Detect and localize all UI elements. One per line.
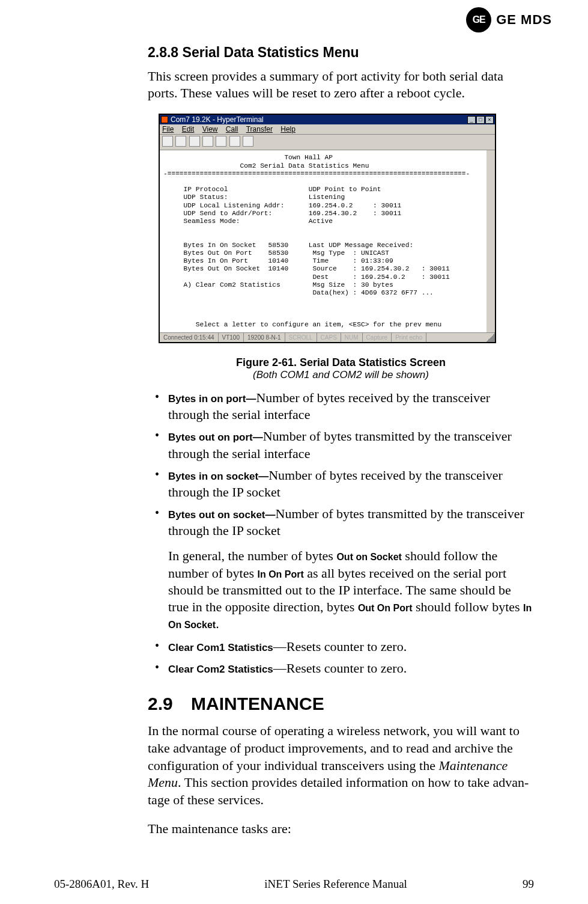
status-baud: 19200 8-N-1 (244, 333, 285, 342)
status-emulation: VT100 (219, 333, 244, 342)
menu-call[interactable]: Call (226, 125, 238, 133)
toolbar (160, 135, 495, 150)
footer-page-number: 99 (523, 878, 534, 891)
menubar: File Edit View Call Transfer Help (160, 124, 495, 135)
status-print: Print echo (392, 333, 426, 342)
toolbar-btn-4[interactable] (202, 136, 213, 147)
figure-caption: Figure 2-61. Serial Data Statistics Scre… (148, 356, 534, 369)
status-num: NUM (341, 333, 363, 342)
label-out-on-port: Out On Port (358, 603, 413, 613)
menu-help[interactable]: Help (280, 125, 296, 133)
brand-text: GE MDS (496, 12, 552, 28)
bullet-clear-com2: Clear Com2 Statistics—Resets counter to … (148, 660, 534, 677)
minimize-button[interactable]: _ (467, 116, 476, 124)
menu-edit[interactable]: Edit (182, 125, 195, 133)
ge-monogram-icon: GE (466, 7, 491, 32)
status-caps: CAPS (317, 333, 341, 342)
section-title: MAINTENANCE (191, 694, 324, 713)
statusbar: Connected 0:15:44 VT100 19200 8-N-1 SCRO… (160, 332, 495, 342)
footer-doc-title: iNET Series Reference Manual (264, 878, 407, 891)
window-title: Com7 19.2K - HyperTerminal (171, 115, 264, 124)
toolbar-btn-3[interactable] (189, 136, 200, 147)
toolbar-btn-2[interactable] (175, 136, 186, 147)
bullet-text: —Resets counter to zero. (273, 639, 407, 654)
toolbar-btn-7[interactable] (243, 136, 253, 147)
brand-logo: GE GE MDS (466, 7, 552, 32)
terminal-text: Town Hall AP Com2 Serial Data Statistics… (163, 154, 486, 329)
bullet-label: Clear Com1 Statistics (168, 642, 273, 653)
maximize-button[interactable]: □ (476, 116, 485, 124)
footer-docid: 05-2806A01, Rev. H (54, 878, 149, 891)
toolbar-btn-5[interactable] (216, 136, 226, 147)
bullet-label: Bytes in on socket— (168, 471, 268, 482)
bullet-label: Bytes out on port— (168, 432, 263, 443)
bullet-label: Clear Com2 Statistics (168, 664, 273, 675)
figure-subcaption: (Both COM1 and COM2 will be shown) (148, 369, 534, 381)
menu-transfer[interactable]: Transfer (246, 125, 273, 133)
close-button[interactable]: × (485, 116, 494, 124)
bullet-clear-com1: Clear Com1 Statistics—Resets counter to … (148, 638, 534, 655)
followup-paragraph: In general, the number of bytes Out on S… (168, 548, 534, 632)
page-footer: 05-2806A01, Rev. H iNET Series Reference… (0, 878, 588, 891)
bullet-bytes-in-port: Bytes in on port—Number of bytes receive… (148, 389, 534, 423)
terminal-body: Town Hall AP Com2 Serial Data Statistics… (160, 150, 495, 332)
status-connected: Connected 0:15:44 (160, 333, 219, 342)
label-in-on-port: In On Port (257, 569, 303, 579)
bullet-bytes-out-socket: Bytes out on socket—Number of bytes tran… (148, 505, 534, 539)
label-out-on-socket: Out on Socket (336, 552, 401, 562)
section-heading-maintenance: 2.9MAINTENANCE (148, 694, 534, 714)
status-scroll: SCROLL (285, 333, 317, 342)
maintenance-intro: In the normal course of operating a wire… (148, 722, 534, 808)
status-capture: Capture (363, 333, 392, 342)
bullet-text: —Resets counter to zero. (273, 661, 407, 676)
bullet-bytes-in-socket: Bytes in on socket—Number of bytes recei… (148, 467, 534, 501)
section-number: 2.9 (148, 694, 191, 714)
app-icon (161, 116, 168, 123)
menu-view[interactable]: View (202, 125, 218, 133)
menu-file[interactable]: File (162, 125, 174, 133)
terminal-window: Com7 19.2K - HyperTerminal _ □ × File Ed… (159, 114, 496, 343)
resize-grip-icon (486, 333, 495, 342)
bullet-bytes-out-port: Bytes out on port—Number of bytes transm… (148, 428, 534, 462)
bullet-label: Bytes in on port— (168, 393, 256, 405)
toolbar-btn-1[interactable] (162, 136, 173, 147)
maintenance-tasks-lead: The maintenance tasks are: (148, 820, 534, 838)
subsection-heading: 2.8.8 Serial Data Statistics Menu (148, 44, 534, 61)
toolbar-btn-6[interactable] (229, 136, 240, 147)
bullet-label: Bytes out on socket— (168, 509, 276, 521)
intro-paragraph: This screen provides a summary of port a… (148, 68, 534, 102)
titlebar: Com7 19.2K - HyperTerminal _ □ × (160, 115, 495, 124)
